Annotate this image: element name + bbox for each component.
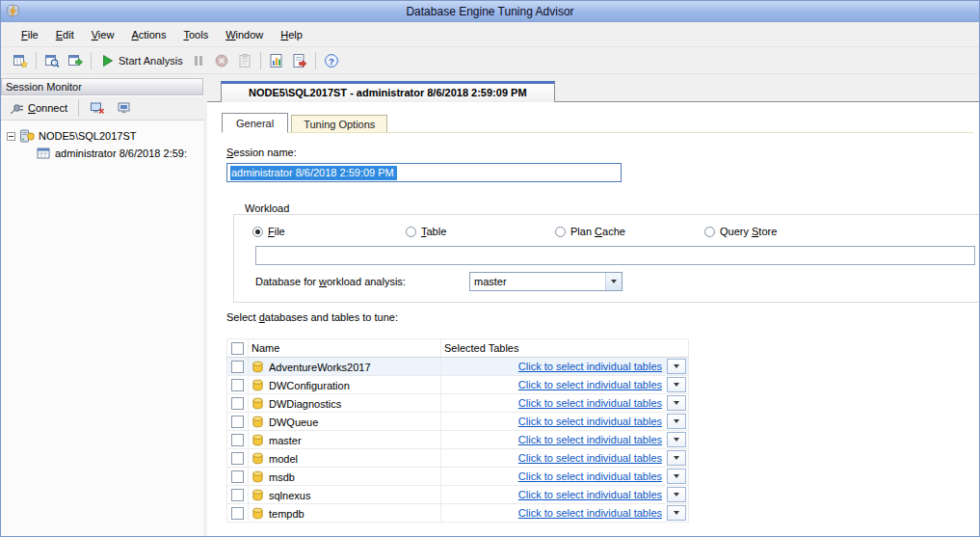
workload-database-label: Database for workload analysis: xyxy=(255,276,406,287)
chevron-down-icon xyxy=(674,419,679,423)
tables-dropdown-button[interactable] xyxy=(667,414,686,429)
menu-edit[interactable]: Edit xyxy=(47,25,83,44)
table-row: DWDiagnosticsClick to select individual … xyxy=(227,394,689,413)
select-tables-link[interactable]: Click to select individual tables xyxy=(518,507,662,519)
collapse-icon[interactable] xyxy=(7,132,15,141)
chevron-down-icon xyxy=(674,456,679,460)
session-tree: NODE5\SQL2017ST administrator 8/6/2018 2… xyxy=(1,121,203,536)
session-monitor-title: Session Monitor xyxy=(6,81,82,93)
start-analysis-button[interactable]: Start Analysis xyxy=(95,50,187,71)
workload-group: FileTablePlan CacheQuery Store Database … xyxy=(233,214,979,303)
disconnect-button[interactable] xyxy=(85,97,110,119)
tables-dropdown-button[interactable] xyxy=(667,469,686,484)
database-name: DWQueue xyxy=(269,416,318,428)
menu-file[interactable]: File xyxy=(13,25,47,44)
chevron-down-icon xyxy=(674,493,679,497)
menu-window[interactable]: Window xyxy=(217,25,272,44)
row-checkbox[interactable] xyxy=(231,379,244,391)
row-checkbox[interactable] xyxy=(231,470,244,483)
select-tables-link[interactable]: Click to select individual tables xyxy=(518,379,662,390)
menu-actions[interactable]: Actions xyxy=(122,25,174,44)
workload-group-label: Workload xyxy=(241,202,293,214)
select-tables-link[interactable]: Click to select individual tables xyxy=(518,416,662,427)
tables-dropdown-button[interactable] xyxy=(667,505,686,521)
import-workload-icon[interactable] xyxy=(64,50,87,71)
table-row: modelClick to select individual tables xyxy=(227,449,689,468)
tab-general[interactable]: General xyxy=(222,113,288,133)
tree-node-server[interactable]: NODE5\SQL2017ST xyxy=(7,127,203,145)
menu-tools[interactable]: Tools xyxy=(174,25,217,44)
database-icon xyxy=(252,452,264,465)
tables-dropdown-button[interactable] xyxy=(667,450,686,466)
select-tables-link[interactable]: Click to select individual tables xyxy=(518,361,662,372)
chevron-down-icon xyxy=(674,438,679,442)
select-tables-link[interactable]: Click to select individual tables xyxy=(518,397,662,409)
open-session-icon[interactable] xyxy=(40,50,64,71)
select-tables-link[interactable]: Click to select individual tables xyxy=(518,434,662,445)
database-icon xyxy=(252,416,264,428)
row-checkbox[interactable] xyxy=(231,434,244,446)
disconnect-icon xyxy=(90,100,105,116)
session-document-tab[interactable]: NODE5\SQL2017ST - administrator 8/6/2018… xyxy=(221,81,555,102)
database-name: master xyxy=(269,435,302,446)
database-name: sqlnexus xyxy=(269,490,310,501)
tables-dropdown-button[interactable] xyxy=(667,359,686,374)
tab-tuning-options[interactable]: Tuning Options xyxy=(291,115,387,132)
report-icon[interactable] xyxy=(265,50,288,71)
new-session-icon[interactable] xyxy=(9,50,32,71)
document-tab-row: NODE5\SQL2017ST - administrator 8/6/2018… xyxy=(207,78,979,101)
combobox-dropdown-button[interactable] xyxy=(605,273,622,290)
workload-file-input[interactable] xyxy=(255,246,975,265)
window-title: Database Engine Tuning Advisor xyxy=(1,5,979,18)
header-checkbox-cell xyxy=(227,339,249,358)
workload-database-combobox[interactable]: master xyxy=(469,272,622,291)
tables-dropdown-button[interactable] xyxy=(667,487,686,502)
page-tab-strip: General Tuning Options xyxy=(222,112,973,133)
menu-help[interactable]: Help xyxy=(272,25,311,44)
table-row: masterClick to select individual tables xyxy=(227,431,689,449)
menubar: FileEditViewActionsToolsWindowHelp xyxy=(1,22,979,47)
connect-button[interactable]: Connect xyxy=(4,97,72,119)
select-all-checkbox[interactable] xyxy=(231,342,244,355)
menu-view[interactable]: View xyxy=(83,25,123,44)
row-checkbox[interactable] xyxy=(231,416,244,428)
tree-node-session[interactable]: administrator 8/6/2018 2:59: xyxy=(7,145,203,162)
workload-radio-query-store[interactable]: Query Store xyxy=(704,226,777,237)
row-checkbox[interactable] xyxy=(231,361,244,373)
session-name-input[interactable]: administrator 8/6/2018 2:59:09 PM xyxy=(226,163,622,182)
select-tables-link[interactable]: Click to select individual tables xyxy=(518,452,662,464)
workload-radio-table[interactable]: Table xyxy=(406,226,446,237)
server-icon xyxy=(19,128,35,144)
select-databases-label: Select databases and tables to tune: xyxy=(226,311,398,323)
database-icon xyxy=(252,361,264,373)
column-header-selected-tables[interactable]: Selected Tables xyxy=(441,339,689,358)
select-tables-link[interactable]: Click to select individual tables xyxy=(518,470,662,482)
delete-session-button[interactable] xyxy=(112,97,137,119)
server-name: NODE5\SQL2017ST xyxy=(39,130,137,142)
row-checkbox[interactable] xyxy=(231,489,244,501)
session-icon xyxy=(36,146,51,161)
copy-icon xyxy=(233,50,256,71)
help-icon[interactable]: ? xyxy=(320,50,343,71)
pause-analysis-icon xyxy=(187,50,210,71)
session-monitor-toolbar: Connect xyxy=(1,95,203,121)
database-table: Name Selected Tables AdventureWorks2017C… xyxy=(226,338,689,523)
export-report-icon[interactable] xyxy=(288,50,311,71)
tables-dropdown-button[interactable] xyxy=(667,377,686,392)
column-header-name[interactable]: Name xyxy=(249,339,441,358)
session-name-selected-text: administrator 8/6/2018 2:59:09 PM xyxy=(230,166,397,180)
table-row: AdventureWorks2017Click to select indivi… xyxy=(227,358,689,376)
select-tables-link[interactable]: Click to select individual tables xyxy=(518,489,662,500)
tables-dropdown-button[interactable] xyxy=(667,432,686,447)
row-checkbox[interactable] xyxy=(231,507,244,520)
radio-button-icon xyxy=(704,227,715,237)
workload-radio-plan-cache[interactable]: Plan Cache xyxy=(555,226,625,237)
workload-radio-file[interactable]: File xyxy=(252,226,285,237)
toolbar-separator xyxy=(315,52,316,69)
tables-dropdown-button[interactable] xyxy=(667,395,686,411)
table-row: DWQueueClick to select individual tables xyxy=(227,413,689,431)
row-checkbox[interactable] xyxy=(231,397,244,410)
row-checkbox[interactable] xyxy=(231,452,244,465)
app-icon xyxy=(6,4,20,18)
toolbar: Start Analysis? xyxy=(1,47,979,74)
